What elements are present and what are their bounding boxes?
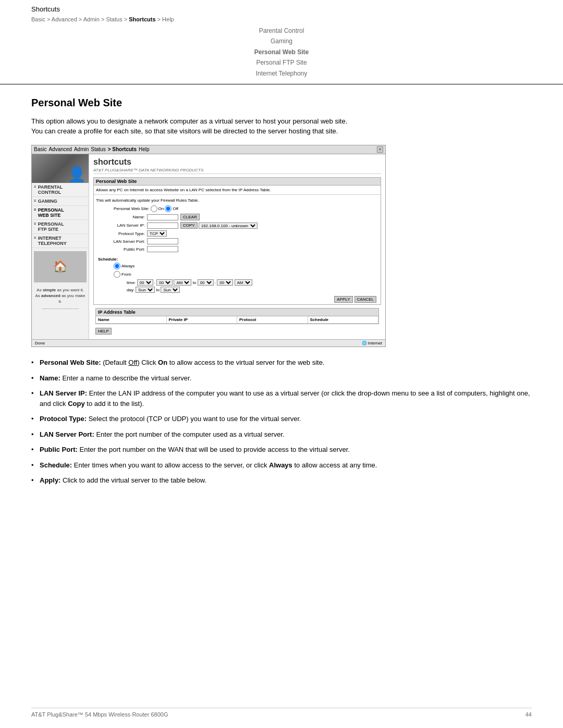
sidebar-item-personal-ftp-site[interactable]: ≡ PERSONALFTP SITE <box>32 220 89 234</box>
router-update-note: This will automatically update your Fire… <box>94 197 381 204</box>
time-end-ampm[interactable]: AM <box>235 279 252 286</box>
bullet-item-lan-ip: LAN Server IP: Enter the LAN IP address … <box>31 388 532 409</box>
bullet-item-pws: Personal Web Site: (Default Off) Click O… <box>31 357 532 368</box>
time-start-h[interactable]: 00 <box>137 279 153 286</box>
bullet-label-pws: Personal Web Site: <box>40 359 101 366</box>
sidebar-item-parental-control[interactable]: ≡ PARENTALCONTROL <box>32 183 89 197</box>
router-footer-done: Done <box>35 341 45 346</box>
sidebar-label-gaming: GAMING <box>38 199 57 204</box>
schedule-always-radio[interactable] <box>114 263 120 269</box>
nav-internet-telephony[interactable]: Internet Telephony <box>31 68 532 79</box>
name-label: Name: <box>98 215 145 219</box>
nav-links: Parental Control Gaming Personal Web Sit… <box>31 26 532 79</box>
schedule-from-label: From <box>121 272 131 277</box>
bullet-label-lan-port: LAN Server Port: <box>40 430 94 438</box>
intro-text: This option allows you to designate a ne… <box>31 116 532 137</box>
bullet-label-protocol: Protocol Type: <box>40 415 87 423</box>
bullet-item-lan-port: LAN Server Port: Enter the port number o… <box>31 429 532 440</box>
schedule-day-row: day: Sun to Sun <box>127 287 376 293</box>
tagline-dots: ................................ <box>34 305 87 311</box>
day-end[interactable]: Sun <box>161 287 180 293</box>
bullet-text-schedule: Enter times when you want to allow acces… <box>74 461 377 469</box>
bullet-item-name: Name: Enter a name to describe the virtu… <box>31 373 532 384</box>
protocol-select[interactable]: TCP <box>147 230 167 237</box>
breadcrumb-status[interactable]: Status <box>106 16 122 22</box>
router-nav-help[interactable]: Help <box>139 146 150 152</box>
help-button[interactable]: HELP <box>95 328 112 335</box>
bullet-item-protocol: Protocol Type: Select the protocol (TCP … <box>31 414 532 424</box>
col-name: Name <box>96 316 167 323</box>
day-start[interactable]: Sun <box>136 287 155 293</box>
router-screenshot: Basic Advanced Admin Status > Shortcuts … <box>31 145 386 347</box>
sidebar-item-gaming[interactable]: ≡ GAMING <box>32 197 89 206</box>
router-header: Basic Advanced Admin Status > Shortcuts … <box>32 145 385 154</box>
router-main-content: shortcuts AT&T PLUG&SHARE™ DATA NETWORKI… <box>89 154 385 339</box>
router-section-box: Personal Web Site Allows any PC on Inter… <box>93 177 381 305</box>
router-nav-shortcuts[interactable]: > Shortcuts <box>108 146 137 152</box>
router-att-subtitle: AT&T PLUG&SHARE™ DATA NETWORKING PRODUCT… <box>93 168 381 174</box>
schedule-from-radio[interactable] <box>114 271 120 278</box>
sidebar-label-personal-ftp-site: PERSONALFTP SITE <box>38 221 64 232</box>
intro-line1: This option allows you to designate a ne… <box>31 117 347 125</box>
time-start-ampm[interactable]: AM <box>174 279 191 286</box>
breadcrumb-basic[interactable]: Basic <box>31 16 45 22</box>
sidebar-item-internet-telephony[interactable]: ≡ INTERNETTELEPHONY <box>32 234 89 248</box>
router-nav-advanced[interactable]: Advanced <box>48 146 71 152</box>
nav-personal-ftp-site[interactable]: Personal FTP Site <box>31 57 532 68</box>
col-protocol: Protocol <box>237 316 308 323</box>
schedule-always-label: Always <box>121 264 134 268</box>
pws-radio-off[interactable] <box>165 205 172 212</box>
router-shortcuts-title: shortcuts <box>93 157 381 167</box>
pws-radio-on[interactable] <box>151 205 157 212</box>
bullet-label-lan-ip: LAN Server IP: <box>40 389 87 397</box>
bullet-text-lan-ip: Enter the LAN IP address of the computer… <box>40 389 530 408</box>
breadcrumb-shortcuts[interactable]: Shortcuts <box>129 16 155 22</box>
apply-button[interactable]: APPLY <box>334 296 352 303</box>
cancel-button[interactable]: CANCEL <box>354 296 376 303</box>
router-logo-person: 👤 <box>68 166 86 183</box>
day-label: day: <box>127 288 134 292</box>
router-section-header: Personal Web Site <box>94 178 381 186</box>
breadcrumb-advanced[interactable]: Advanced <box>52 16 77 22</box>
router-nav-basic[interactable]: Basic <box>34 146 46 152</box>
router-section-desc: Allows any PC on Internet to access Webs… <box>94 186 381 195</box>
bullet-text-name: Enter a name to describe the virtual ser… <box>62 374 191 382</box>
ip-dropdown[interactable]: 192.168.0.100 - unknown <box>199 223 258 229</box>
time-end-m[interactable]: 00 <box>217 279 233 286</box>
nav-parental-control[interactable]: Parental Control <box>31 26 532 36</box>
sidebar-item-personal-web-site[interactable]: ≡ PERSONALWEB SITE <box>32 206 89 220</box>
footer-page-number: 44 <box>525 711 532 718</box>
router-nav-admin[interactable]: Admin <box>74 146 89 152</box>
router-nav-status[interactable]: Status <box>91 146 105 152</box>
time-label: time: <box>127 280 136 285</box>
main-content: Personal Web Site This option allows you… <box>0 87 563 507</box>
breadcrumb-admin[interactable]: Admin <box>83 16 100 22</box>
bullet-text-protocol: Select the protocol (TCP or UDP) you wan… <box>89 415 301 423</box>
lan-server-port-label: LAN Server Port: <box>98 239 145 244</box>
section-title: Shortcuts <box>31 5 532 13</box>
lan-server-port-input[interactable] <box>147 238 178 244</box>
col-private-ip: Private IP <box>167 316 238 323</box>
copy-button[interactable]: COPY <box>180 222 198 229</box>
col-schedule: Schedule <box>308 316 379 323</box>
nav-gaming[interactable]: Gaming <box>31 36 532 46</box>
nav-personal-web-site[interactable]: Personal Web Site <box>31 47 532 57</box>
bullet-label-name: Name: <box>40 374 60 382</box>
time-end-h[interactable]: 00 <box>198 279 214 286</box>
protocol-label: Protocol Type: <box>98 231 145 236</box>
lan-server-ip-input[interactable] <box>147 223 178 229</box>
time-start-m[interactable]: 00 <box>156 279 173 286</box>
public-port-input[interactable] <box>147 246 178 252</box>
bullet-text-apply: Click to add the virtual server to the t… <box>63 476 206 484</box>
tagline-line2: As advanced as you make it. <box>34 293 87 304</box>
router-footer: Done 🌐 Internet <box>32 339 385 347</box>
router-sidebar: 👤 ≡ PARENTALCONTROL ≡ GAMING ≡ PERSONALW… <box>32 154 89 339</box>
footer-product: AT&T Plug&Share™ 54 Mbps Wireless Router… <box>31 711 168 718</box>
schedule-time-row: time: 00 : 00 AM to 00 : 00 AM <box>127 279 376 286</box>
router-footer-internet: 🌐 Internet <box>362 341 382 346</box>
clear-button[interactable]: CLEAR <box>180 214 200 220</box>
router-close-btn[interactable]: × <box>377 146 383 153</box>
router-body: 👤 ≡ PARENTALCONTROL ≡ GAMING ≡ PERSONALW… <box>32 154 385 339</box>
breadcrumb-help[interactable]: Help <box>162 16 174 22</box>
name-input[interactable] <box>147 214 178 220</box>
